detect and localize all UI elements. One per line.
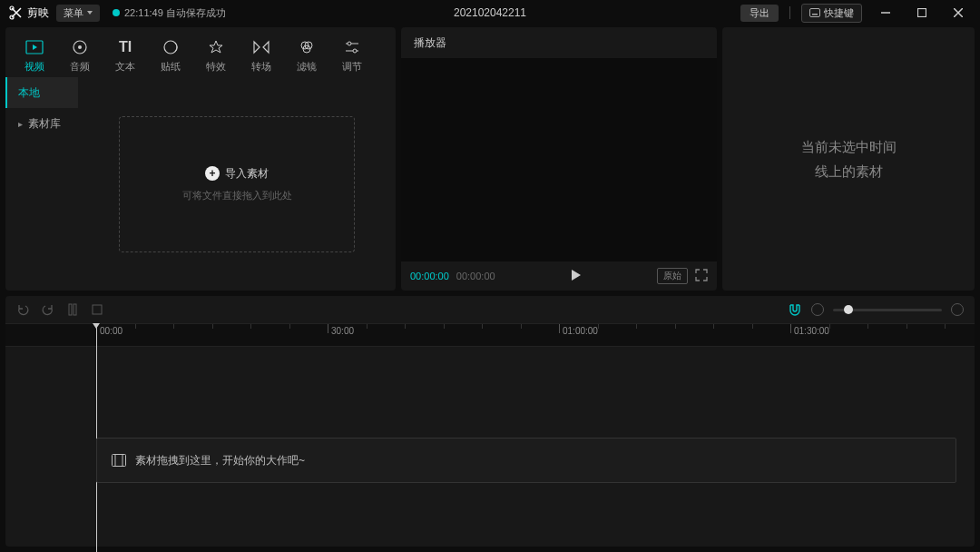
import-dropzone[interactable]: + 导入素材 可将文件直接拖入到此处 [119,116,355,252]
svg-rect-2 [810,9,820,17]
ruler-tick-minor [482,324,483,329]
video-icon [25,38,44,56]
ruler-tick-minor [405,324,406,329]
tab-transition[interactable]: 转场 [240,34,283,77]
svg-rect-24 [74,304,76,315]
zoom-slider[interactable] [833,309,942,311]
effect-icon [208,38,224,56]
project-name: 202102042211 [454,6,526,19]
timeline-ruler[interactable]: 00:0030:0001:00:0001:30:00 [5,323,975,347]
redo-icon [42,303,54,316]
clip-icon [112,454,126,467]
transition-icon [253,38,270,56]
import-hint: 可将文件直接拖入到此处 [182,189,292,202]
media-tabs: 视频 音频 TI 文本 贴纸 特效 转场 [5,27,396,77]
timeline-toolbar [5,296,975,323]
app-name: 剪映 [27,5,49,21]
plus-icon: + [205,166,220,181]
chevron-right-icon: ▸ [18,119,23,129]
zoom-in-button[interactable] [951,303,964,316]
ruler-tick-minor [212,324,213,329]
ruler-tick-minor [867,324,868,329]
tab-sticker[interactable]: 贴纸 [149,34,192,77]
divider [789,6,790,19]
ruler-tick-minor [906,324,907,329]
tab-audio[interactable]: 音频 [58,34,102,77]
timeline-panel: 00:0030:0001:00:0001:30:00 素材拖拽到这里，开始你的大… [5,296,975,547]
minimize-button[interactable] [873,4,898,22]
side-tabs: 本地 ▸素材库 [5,77,78,291]
tab-video[interactable]: 视频 [13,34,56,77]
media-panel: 视频 音频 TI 文本 贴纸 特效 转场 [5,27,396,291]
status-dot-icon [113,9,120,16]
fullscreen-icon [695,269,708,281]
side-tab-library[interactable]: ▸素材库 [5,108,78,139]
sticker-icon [162,38,179,56]
svg-marker-9 [33,44,37,50]
split-button[interactable] [67,303,78,316]
ruler-tick-minor [250,324,251,329]
svg-rect-26 [113,455,126,467]
ruler-tick-minor [829,324,830,329]
player-controls: 00:00:00 00:00:00 原始 [401,261,717,291]
adjust-icon [344,38,360,56]
redo-button[interactable] [42,303,54,316]
tab-filter[interactable]: 滤镜 [285,34,328,77]
track-placeholder[interactable]: 素材拖拽到这里，开始你的大作吧~ [96,438,956,483]
close-button[interactable] [946,4,971,22]
svg-point-12 [164,41,177,54]
title-bar: 剪映 菜单 22:11:49 自动保存成功 202102042211 导出 快捷… [0,0,980,25]
tab-text[interactable]: TI 文本 [103,34,147,77]
tab-effect[interactable]: 特效 [194,34,238,77]
scissors-icon [9,5,24,20]
ruler-tick-minor [945,324,946,329]
player-panel: 播放器 00:00:00 00:00:00 原始 [401,27,717,291]
delete-button[interactable] [91,303,103,316]
magnet-button[interactable] [788,303,802,316]
ruler-tick-minor [135,324,136,329]
split-icon [67,303,78,316]
fullscreen-button[interactable] [695,269,708,283]
ruler-tick-minor [367,324,368,329]
player-viewport[interactable] [401,58,717,261]
ruler-tick-minor [444,324,445,329]
maximize-icon [917,8,926,17]
ruler-tick-minor [752,324,753,329]
inspector-panel: 当前未选中时间 线上的素材 [722,27,975,291]
timeline-tracks[interactable]: 素材拖拽到这里，开始你的大作吧~ [5,347,975,537]
play-button[interactable] [570,269,583,283]
close-icon [954,8,963,17]
ruler-tick-minor [636,324,637,329]
ruler-tick-minor [289,324,290,329]
maximize-button[interactable] [909,4,935,22]
shortcut-button[interactable]: 快捷键 [801,4,862,23]
svg-rect-5 [918,9,926,17]
svg-point-11 [78,45,82,49]
filter-icon [299,38,315,56]
ruler-tick-minor [713,324,714,329]
tab-adjust[interactable]: 调节 [330,34,374,77]
import-button-label: 导入素材 [225,166,269,182]
ruler-tick-minor [598,324,599,329]
svg-marker-13 [254,42,260,53]
zoom-out-button[interactable] [811,303,824,316]
text-icon: TI [119,38,132,56]
svg-marker-22 [572,270,581,281]
zoom-handle[interactable] [844,305,853,314]
ruler-tick-minor [173,324,174,329]
svg-point-21 [353,49,357,53]
side-tab-local[interactable]: 本地 [5,77,78,108]
play-icon [570,269,583,281]
aspect-ratio-button[interactable]: 原始 [657,268,688,284]
menu-dropdown[interactable]: 菜单 [56,5,100,22]
magnet-icon [788,303,802,316]
minimize-icon [881,8,890,17]
current-time: 00:00:00 [410,271,449,281]
svg-marker-14 [263,42,269,53]
import-area[interactable]: + 导入素材 可将文件直接拖入到此处 [78,77,396,291]
export-button[interactable]: 导出 [740,5,779,22]
player-title: 播放器 [401,27,717,58]
svg-rect-25 [93,305,102,314]
undo-button[interactable] [16,303,29,316]
ruler-tick-minor [675,324,676,329]
